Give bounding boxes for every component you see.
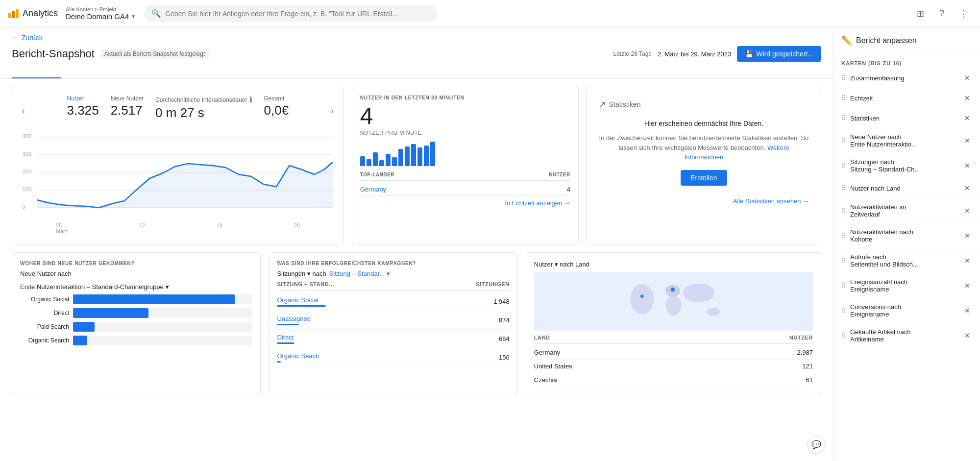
panel-items-container: ⠿ Zusammenfassung ✕ ⠿ Echtzeit ✕ ⠿ Stati… — [833, 68, 980, 348]
panel-item-label: Nutzer nach Land — [850, 185, 901, 192]
svg-point-13 — [666, 295, 681, 315]
list-item[interactable]: ⠿ Ereignisanzahl nach Ereignisname ✕ — [833, 273, 980, 298]
save-button[interactable]: 💾 Wird gespeichert... — [737, 46, 821, 62]
list-item[interactable]: ⠿ Conversions nach Ereignisname ✕ — [833, 298, 980, 323]
list-item[interactable]: ⠿ Gekaufte Artikel nach Artikelname ✕ — [833, 323, 980, 348]
global-search[interactable]: 🔍 — [144, 5, 438, 22]
remove-button[interactable]: ✕ — [962, 231, 972, 241]
page-title: Bericht-Snapshot — [12, 48, 95, 60]
remove-button[interactable]: ✕ — [962, 183, 972, 193]
mini-bar — [392, 157, 397, 166]
remove-button[interactable]: ✕ — [962, 281, 972, 291]
mini-bar — [424, 146, 429, 166]
campaign-name[interactable]: Organic Social — [277, 296, 326, 304]
more-icon-button[interactable]: ⋮ — [955, 5, 972, 23]
remove-button[interactable]: ✕ — [962, 331, 972, 340]
panel-title: Bericht anpassen — [856, 36, 917, 45]
remove-button[interactable]: ✕ — [962, 73, 972, 83]
bar-fill — [73, 322, 95, 332]
campaign-name[interactable]: Unassigned — [277, 315, 311, 322]
grid-icon-button[interactable]: ⊞ — [911, 5, 929, 23]
date-range-value: 2. März bis 29. März 2023 — [658, 50, 731, 58]
back-bar: ← Zurück — [0, 27, 833, 44]
metric-total: Gesamt 0,0€ — [264, 95, 289, 118]
campaign-name[interactable]: Direct — [277, 334, 294, 341]
svg-marker-10 — [37, 162, 332, 208]
campaign-name[interactable]: Organic Seach — [277, 352, 319, 360]
top-cards-grid: ‹ Nutzer 3.325 Neue Nutzer 2.517 Durc — [0, 79, 833, 252]
metrics-card: ‹ Nutzer 3.325 Neue Nutzer 2.517 Durc — [12, 87, 344, 244]
campaign-value: 156 — [499, 354, 510, 361]
realtime-count: 4 — [360, 104, 570, 128]
svg-point-16 — [670, 288, 675, 292]
campaign-bar — [277, 324, 299, 325]
create-button[interactable]: Erstellen — [681, 170, 727, 186]
table-row: Germany2.987 — [534, 346, 813, 360]
list-item[interactable]: ⠿ Zusammenfassung ✕ — [833, 68, 980, 88]
remove-button[interactable]: ✕ — [962, 93, 972, 103]
right-panel: ✏️ Bericht anpassen KARTEN (BIS ZU 16) ⠿… — [833, 27, 980, 461]
tab-overview[interactable] — [12, 68, 61, 78]
list-item[interactable]: ⠿ Statistiken ✕ — [833, 108, 980, 128]
mini-bar — [373, 152, 378, 166]
search-icon: 🔍 — [151, 9, 161, 18]
main-layout: ← Zurück Bericht-Snapshot Aktuell als Be… — [0, 27, 980, 461]
list-item: Direct 684 — [277, 330, 509, 348]
account-name[interactable]: Deine Domain GA4 ▼ — [66, 12, 136, 21]
source-bar-chart: Organic Social Direct Paid Search Organi… — [20, 294, 252, 345]
save-icon: 💾 — [745, 50, 753, 58]
source-dropdown[interactable]: Erste Nutzerinteraktion – Standard-Chann… — [20, 283, 252, 291]
list-item[interactable]: ⠿ Echtzeit ✕ — [833, 88, 980, 108]
next-metric-button[interactable]: › — [329, 95, 336, 126]
date-range-label: Letzte 28 Tage — [613, 50, 652, 57]
list-item[interactable]: ⠿ Sitzungen nach Sitzung – Standard-Ch..… — [833, 153, 980, 178]
remove-button[interactable]: ✕ — [962, 161, 972, 170]
map-country: United States — [534, 363, 572, 370]
prev-metric-button[interactable]: ‹ — [20, 95, 27, 126]
remove-button[interactable]: ✕ — [962, 306, 972, 315]
map-card: Nutzer ▾ nach Land — [526, 252, 821, 395]
feedback-button[interactable]: 💬 — [808, 436, 825, 453]
bar-label: Direct — [20, 310, 69, 316]
back-button[interactable]: ← Zurück — [12, 33, 43, 42]
remove-button[interactable]: ✕ — [962, 113, 972, 123]
mini-bar — [386, 154, 391, 166]
account-selector[interactable]: Alle Konten > Projekt Deine Domain GA4 ▼ — [66, 6, 136, 21]
realtime-card: NUTZER IN DEN LETZTEN 30 MINUTEN 4 NUTZE… — [352, 87, 579, 244]
remove-button[interactable]: ✕ — [962, 206, 972, 216]
remove-button[interactable]: ✕ — [962, 136, 972, 146]
map-country: Germany — [534, 349, 560, 356]
campaigns-section-title: WAS SIND IHRE ERFOLGREICHSTEN KAMPAGNEN? — [277, 261, 509, 266]
metric-duration-value: 0 m 27 s — [155, 105, 252, 121]
metric-new-users: Neue Nutzer 2.517 — [111, 95, 144, 118]
remove-button[interactable]: ✕ — [962, 256, 972, 266]
bar-fill — [73, 336, 87, 345]
list-item[interactable]: ⠿ Neue Nutzer nach Erste Nutzerinterakti… — [833, 128, 980, 153]
campaigns-dropdown[interactable]: Sitzung – Standar... ▾ — [329, 270, 390, 277]
help-icon-button[interactable]: ? — [933, 5, 951, 23]
svg-text:400: 400 — [23, 134, 32, 139]
metrics-row: Nutzer 3.325 Neue Nutzer 2.517 Durchschn… — [67, 95, 289, 121]
line-chart: 400 300 200 100 0 — [20, 130, 336, 218]
list-item[interactable]: ⠿ Aufrufe nach Seitentitel und Bildsch..… — [833, 248, 980, 273]
country-name[interactable]: Germany — [360, 186, 386, 193]
statistics-footer-link[interactable]: Alle Statistiken ansehen → — [599, 194, 809, 205]
back-arrow-icon: ← — [12, 33, 20, 42]
countries-header: TOP-LÄNDER NUTZER — [360, 172, 570, 181]
realtime-section-label: NUTZER IN DEN LETZTEN 30 MINUTEN — [360, 95, 570, 100]
info-icon[interactable]: ℹ — [249, 95, 252, 104]
search-input[interactable] — [165, 10, 430, 18]
list-item[interactable]: ⠿ Nutzeraktivitäten nach Kohorte ✕ — [833, 223, 980, 248]
list-item[interactable]: ⠿ Nutzer nach Land ✕ — [833, 178, 980, 198]
list-item[interactable]: ⠿ Nutzeraktivitäten im Zeitverlauf ✕ — [833, 198, 980, 223]
mini-bar — [430, 142, 435, 166]
mini-bar — [417, 147, 422, 166]
campaigns-rows: Organic Social 1.948 Unassigned 874 Dire… — [277, 292, 509, 367]
drag-icon: ⠿ — [841, 207, 846, 215]
source-card: WOHER SIND NEUE NUTZER GEKOMMEN? Neue Nu… — [12, 252, 261, 395]
panel-item-label: Aufrufe nach Seitentitel und Bildsch... — [850, 253, 918, 268]
countries-rows: Germany4 — [360, 184, 570, 195]
statistics-card: ↗ Statistiken Hier erscheinen demnächst … — [587, 87, 821, 244]
realtime-footer-link[interactable]: In Echtzeit anzeigen → — [360, 195, 570, 207]
drag-icon: ⠿ — [841, 332, 846, 340]
